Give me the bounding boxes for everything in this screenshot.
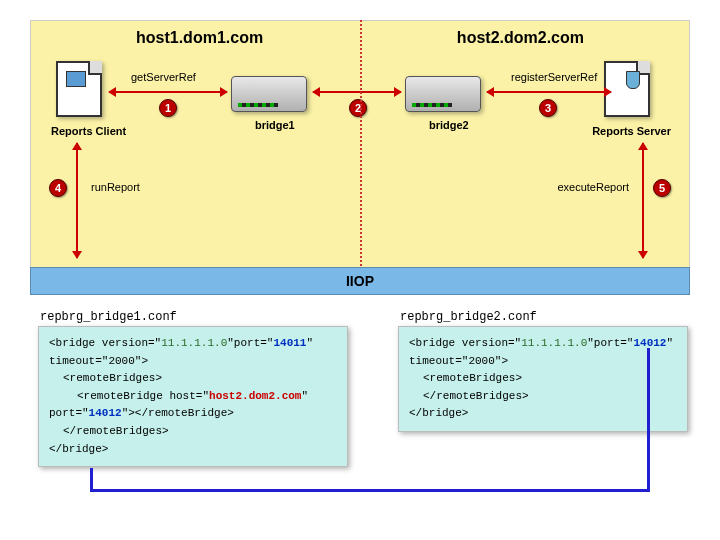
conf-right-line3: <remoteBridges> bbox=[409, 370, 677, 388]
conn-line-h bbox=[90, 489, 650, 492]
domain-divider bbox=[360, 20, 362, 270]
bridge2-label: bridge2 bbox=[429, 119, 469, 131]
conf-right-line1: <bridge version="11.1.1.1.0"port="14012" bbox=[409, 335, 677, 353]
reports-server-label: Reports Server bbox=[592, 125, 671, 137]
badge-1: 1 bbox=[159, 99, 177, 117]
badge-4: 4 bbox=[49, 179, 67, 197]
conf-left-box: <bridge version="11.1.1.1.0"port="14011"… bbox=[38, 326, 348, 467]
conf-right-line4: </remoteBridges> bbox=[409, 388, 677, 406]
conf-right-line5: </bridge> bbox=[409, 405, 677, 423]
badge-5: 5 bbox=[653, 179, 671, 197]
conf-left-line5: port="14012"></remoteBridge> bbox=[49, 405, 337, 423]
conf-left-line2: timeout="2000"> bbox=[49, 353, 337, 371]
conf-left-line3: <remoteBridges> bbox=[49, 370, 337, 388]
iiop-bar: IIOP bbox=[30, 267, 690, 295]
reports-client-icon bbox=[56, 61, 116, 111]
badge-2: 2 bbox=[349, 99, 367, 117]
conn-line-v2 bbox=[647, 348, 650, 492]
host2-title: host2.dom2.com bbox=[457, 29, 584, 47]
host1-title: host1.dom1.com bbox=[136, 29, 263, 47]
label-getserverref: getServerRef bbox=[131, 71, 196, 83]
conf-left-line4: <remoteBridge host="host2.dom2.com" bbox=[49, 388, 337, 406]
arrow-registerserverref bbox=[487, 91, 611, 93]
bridge1-label: bridge1 bbox=[255, 119, 295, 131]
bridge2-icon bbox=[405, 76, 485, 116]
badge-3: 3 bbox=[539, 99, 557, 117]
conf-right-title: repbrg_bridge2.conf bbox=[400, 310, 537, 324]
label-runreport: runReport bbox=[91, 181, 140, 193]
reports-server-icon bbox=[604, 61, 664, 111]
conf-left-line6: </remoteBridges> bbox=[49, 423, 337, 441]
arrow-executereport bbox=[642, 143, 644, 258]
conf-left-title: repbrg_bridge1.conf bbox=[40, 310, 177, 324]
conf-left-line1: <bridge version="11.1.1.1.0"port="14011" bbox=[49, 335, 337, 353]
bridge1-icon bbox=[231, 76, 311, 116]
conf-left-line7: </bridge> bbox=[49, 441, 337, 459]
conf-right-box: <bridge version="11.1.1.1.0"port="14012"… bbox=[398, 326, 688, 432]
arrow-runreport bbox=[76, 143, 78, 258]
conf-right-line2: timeout="2000"> bbox=[409, 353, 677, 371]
arrow-bridge-to-bridge bbox=[313, 91, 401, 93]
label-executereport: executeReport bbox=[557, 181, 629, 193]
reports-client-label: Reports Client bbox=[51, 125, 126, 137]
arrow-getserverref bbox=[109, 91, 227, 93]
label-registerserverref: registerServerRef bbox=[511, 71, 597, 83]
